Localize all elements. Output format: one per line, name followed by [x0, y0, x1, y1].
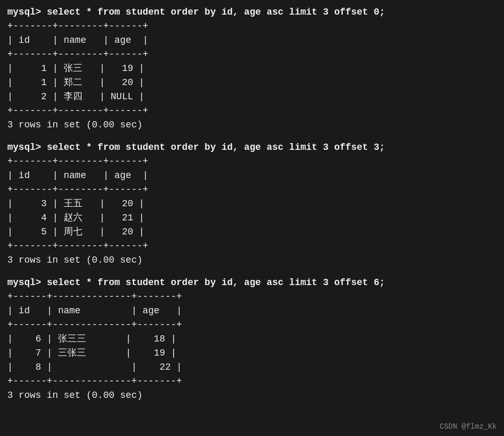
row-2-2: | 4 | 赵六 | 21 | — [7, 211, 497, 225]
query-block-2: mysql> select * from student order by id… — [7, 140, 497, 267]
separator-bot-1: +-------+--------+------+ — [7, 104, 497, 118]
command-3: mysql> select * from student order by id… — [7, 276, 497, 290]
row-1-1: | 1 | 张三 | 19 | — [7, 62, 497, 76]
row-3-2: | 7 | 三张三 | 19 | — [7, 346, 497, 360]
separator-top-3: +------+--------------+-------+ — [7, 290, 497, 304]
command-2: mysql> select * from student order by id… — [7, 140, 497, 155]
result-3: 3 rows in set (0.00 sec) — [7, 388, 497, 403]
row-3-1: | 6 | 张三三 | 18 | — [7, 332, 497, 346]
watermark: CSDN @flmz_Kk — [440, 422, 497, 431]
row-2-3: | 5 | 周七 | 20 | — [7, 225, 497, 239]
row-1-3: | 2 | 李四 | NULL | — [7, 90, 497, 104]
separator-bot-2: +-------+--------+------+ — [7, 239, 497, 253]
separator-mid-1: +-------+--------+------+ — [7, 48, 497, 62]
separator-mid-2: +-------+--------+------+ — [7, 183, 497, 197]
query-block-1: mysql> select * from student order by id… — [7, 5, 497, 132]
row-1-2: | 1 | 郑二 | 20 | — [7, 76, 497, 90]
result-2: 3 rows in set (0.00 sec) — [7, 253, 497, 267]
command-1: mysql> select * from student order by id… — [7, 5, 497, 19]
header-2: | id | name | age | — [7, 169, 497, 183]
row-3-3: | 8 | | 22 | — [7, 360, 497, 374]
result-1: 3 rows in set (0.00 sec) — [7, 118, 497, 132]
row-2-1: | 3 | 王五 | 20 | — [7, 197, 497, 211]
terminal-window: mysql> select * from student order by id… — [0, 0, 504, 436]
separator-top-2: +-------+--------+------+ — [7, 155, 497, 169]
separator-bot-3: +------+--------------+-------+ — [7, 374, 497, 388]
query-block-3: mysql> select * from student order by id… — [7, 276, 497, 403]
header-1: | id | name | age | — [7, 33, 497, 48]
separator-top-1: +-------+--------+------+ — [7, 19, 497, 33]
header-3: | id | name | age | — [7, 304, 497, 318]
separator-mid-3: +------+--------------+-------+ — [7, 318, 497, 332]
